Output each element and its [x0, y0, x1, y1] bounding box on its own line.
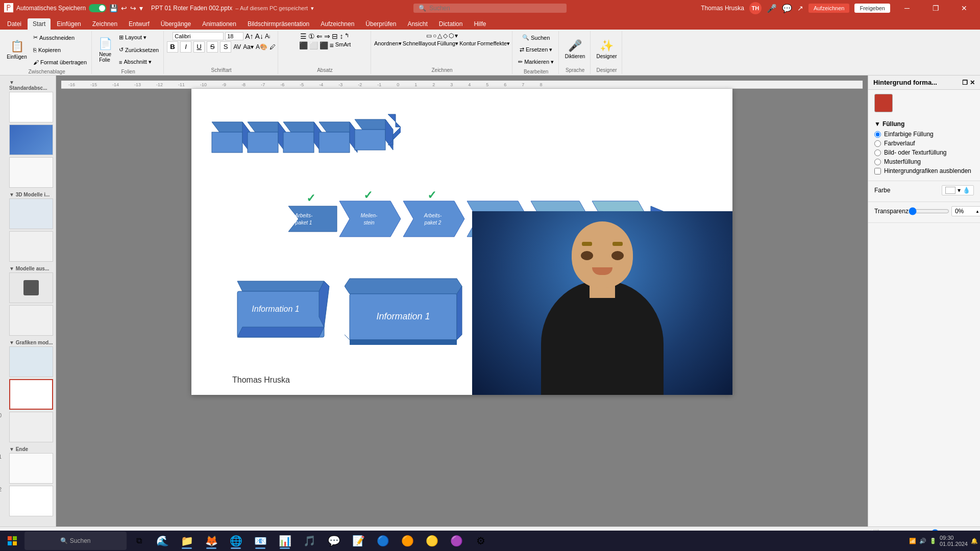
minimize-button[interactable]: ─	[895, 0, 919, 16]
powerpoint-button[interactable]: 📊	[274, 532, 296, 550]
search-input[interactable]	[429, 5, 557, 12]
toolbar-redo-icon[interactable]: ↪	[130, 4, 136, 12]
panel-fuellung-header[interactable]: ▼ Füllung	[874, 120, 974, 128]
underline-button[interactable]: U	[193, 41, 205, 53]
search-taskbar-button[interactable]: 🔍 Suchen	[24, 532, 127, 550]
slide-thumb-12[interactable]: 12	[2, 486, 54, 516]
transparenz-spinner-arrows[interactable]: ▲▼	[975, 209, 980, 214]
diktieren-button[interactable]: 🎤 Diktieren	[562, 33, 587, 65]
bullets-icon[interactable]: ☰	[300, 32, 307, 40]
designer-button[interactable]: ✨ Designer	[594, 33, 620, 65]
increase-indent-icon[interactable]: ⇒	[324, 32, 330, 40]
explorer-button[interactable]: 📁	[176, 532, 198, 550]
tab-ansicht[interactable]: Ansicht	[402, 18, 432, 30]
checkbox-hintergrund[interactable]: Hintergrundgrafiken ausblenden	[874, 167, 974, 174]
app15-button[interactable]: ⚙	[470, 532, 492, 550]
numbering-icon[interactable]: ①	[308, 32, 315, 40]
slide-thumb-1[interactable]: 1	[2, 92, 54, 122]
right-panel-close-btn[interactable]: ✕	[970, 79, 975, 86]
farbe-value[interactable]: ▾ 💧	[942, 185, 974, 195]
tab-dictation[interactable]: Dictation	[434, 18, 468, 30]
tab-hilfe[interactable]: Hilfe	[469, 18, 491, 30]
align-left-icon[interactable]: ⬛	[299, 41, 308, 49]
ausschneiden-button[interactable]: ✂ Ausschneiden	[31, 32, 89, 43]
radio-farbverlauf[interactable]: Farbverlauf	[874, 140, 974, 147]
fuellung-btn[interactable]: Füllung▾	[437, 40, 458, 47]
tab-animationen[interactable]: Animationen	[197, 18, 241, 30]
farbe-dropdown-icon[interactable]: ▾	[958, 187, 961, 194]
font-color-icon[interactable]: A🎨	[256, 43, 267, 51]
slide-thumb-10[interactable]: 10	[2, 412, 54, 442]
tab-aufzeichnen[interactable]: Aufzeichnen	[315, 18, 359, 30]
columns-icon[interactable]: ⊟	[332, 32, 338, 40]
close-button[interactable]: ✕	[952, 0, 976, 16]
notification-icon[interactable]: 🔔	[971, 538, 978, 544]
app14-button[interactable]: 🟣	[445, 532, 468, 550]
slide-thumb-4[interactable]: 4	[2, 198, 54, 229]
schnelllayout-btn[interactable]: Schnelllayout	[403, 40, 436, 47]
shape-more[interactable]: ▾	[455, 32, 458, 39]
shadow-button[interactable]: S	[220, 41, 231, 53]
tab-ueberpruefen[interactable]: Überprüfen	[360, 18, 401, 30]
tab-bildschirm[interactable]: Bildschirmpräsentation	[242, 18, 314, 30]
font-decrease-icon[interactable]: A↓	[255, 32, 263, 40]
tab-uebergaenge[interactable]: Übergänge	[156, 18, 196, 30]
markieren-button[interactable]: ✏ Markieren ▾	[516, 57, 556, 68]
aufzeichnen-button[interactable]: Aufzeichnen	[808, 4, 850, 13]
app11-button[interactable]: 🔵	[372, 532, 394, 550]
task-view-button[interactable]: ⧉	[129, 532, 149, 550]
shape-star[interactable]: ⬡	[449, 32, 454, 39]
align-center-icon[interactable]: ⬜	[309, 41, 318, 49]
autosave-toggle[interactable]	[89, 4, 106, 12]
share-icon[interactable]: ↗	[797, 4, 803, 12]
slide-thumb-6[interactable]: 6	[2, 272, 54, 303]
outlook-button[interactable]: 📧	[249, 532, 272, 550]
slide-thumb-2[interactable]: 2	[2, 124, 54, 155]
tab-zeichnen[interactable]: Zeichnen	[87, 18, 122, 30]
italic-button[interactable]: I	[180, 41, 191, 53]
app10-button[interactable]: 📝	[347, 532, 370, 550]
restore-button[interactable]: ❐	[924, 0, 947, 16]
bold-button[interactable]: B	[167, 41, 178, 53]
app8-button[interactable]: 🎵	[298, 532, 321, 550]
suchen-button[interactable]: 🔍 Suchen	[520, 32, 552, 43]
comments-icon[interactable]: 💬	[782, 4, 792, 13]
shape-triangle[interactable]: △	[437, 32, 442, 39]
tab-datei[interactable]: Datei	[2, 18, 27, 30]
checkbox-hintergrund-input[interactable]	[874, 168, 881, 174]
radio-bild[interactable]: Bild- oder Texturfüllung	[874, 149, 974, 156]
panel-color-btn[interactable]	[874, 94, 893, 112]
neue-folie-button[interactable]: 📄 NeueFolie	[95, 34, 115, 66]
transparenz-slider[interactable]	[909, 207, 949, 215]
anordnen-btn[interactable]: Anordnen▾	[374, 40, 402, 47]
font-family-input[interactable]	[173, 32, 224, 40]
highlight-icon[interactable]: 🖊	[270, 43, 276, 51]
zuruecksetzen-button[interactable]: ↺ Zurücksetzen	[116, 44, 161, 56]
font-size-input[interactable]	[225, 32, 243, 40]
decrease-indent-icon[interactable]: ⇐	[316, 32, 323, 40]
font-increase-icon[interactable]: A↑	[245, 32, 253, 40]
chrome-button[interactable]: 🌐	[225, 532, 247, 550]
justify-icon[interactable]: ≡	[330, 41, 334, 49]
shape-rect[interactable]: ▭	[426, 32, 432, 39]
textrichtung-icon[interactable]: ↰	[345, 32, 349, 40]
start-button[interactable]	[2, 532, 22, 550]
abschnitt-button[interactable]: ≡ Abschnitt ▾	[116, 57, 161, 68]
kontur-btn[interactable]: Kontur	[459, 40, 476, 47]
radio-muster[interactable]: Musterfüllung	[874, 158, 974, 165]
dropdown-icon[interactable]: ▾	[311, 5, 314, 12]
network-icon[interactable]: 📶	[909, 538, 916, 544]
font-case-icon[interactable]: Aa▾	[243, 43, 254, 51]
font-spacing-icon[interactable]: AV	[233, 43, 241, 51]
volume-icon[interactable]: 🔊	[919, 538, 926, 544]
shape-round[interactable]: ○	[433, 32, 436, 39]
toolbar-more-icon[interactable]: ▾	[139, 4, 143, 12]
farbe-eyedropper-icon[interactable]: 💧	[963, 187, 970, 194]
search-bar[interactable]: 🔍	[413, 4, 567, 13]
smartart-convert-icon[interactable]: SmArt	[335, 41, 351, 49]
app12-button[interactable]: 🟠	[396, 532, 419, 550]
battery-icon[interactable]: 🔋	[929, 538, 937, 544]
formeffekte-btn[interactable]: Formeffekte▾	[477, 40, 510, 47]
slide-thumb-7[interactable]: 7	[2, 305, 54, 336]
right-panel-restore-btn[interactable]: ❐	[962, 79, 968, 86]
